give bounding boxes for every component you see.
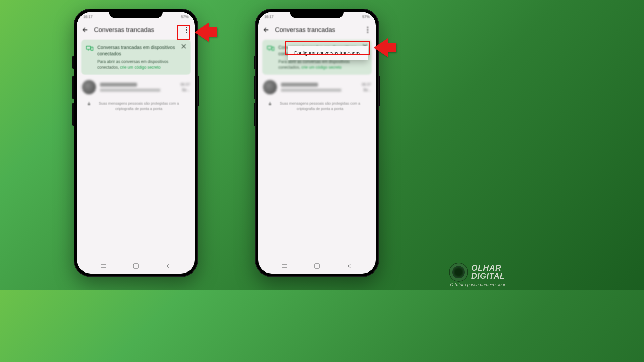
lock-icon (87, 102, 91, 106)
phone-notch (109, 9, 163, 18)
close-icon[interactable] (181, 44, 186, 49)
brand-logo: OLHAR DIGITAL (450, 263, 505, 281)
more-menu-icon[interactable] (183, 26, 190, 33)
phone-mockup-right: 16:17 57% Conversas trancadas Conversas … (255, 9, 379, 277)
svg-rect-5 (272, 47, 274, 50)
status-battery: 57% (181, 15, 189, 23)
nav-home-icon[interactable] (313, 262, 321, 270)
back-icon[interactable] (82, 26, 89, 33)
devices-icon (267, 45, 274, 51)
chat-row[interactable]: 06:37 Be... (258, 76, 376, 98)
more-menu-icon[interactable] (364, 26, 371, 33)
phone-screen-right: 16:17 57% Conversas trancadas Conversas … (258, 12, 376, 274)
chat-suffix: Be... (180, 88, 190, 92)
phone-screen-left: 16:17 57% Conversas trancadas Conversas … (77, 12, 195, 274)
chat-time: 06:37 (362, 82, 371, 86)
encryption-text: Suas mensagens pessoais são protegidas c… (93, 101, 184, 111)
status-battery: 57% (362, 15, 370, 23)
svg-rect-1 (91, 47, 93, 50)
info-card-description: Para abrir as conversas em dispositivos … (278, 59, 358, 70)
nav-back-icon[interactable] (165, 262, 172, 270)
svg-rect-0 (86, 46, 91, 49)
info-card-description: Para abrir as conversas em dispositivos … (97, 59, 177, 70)
dropdown-menu: Configurar conversas trancadas (288, 46, 368, 60)
info-card: Conversas trancadas em dispositivos cone… (81, 40, 191, 75)
brand-ring-icon (450, 263, 467, 281)
page-title: Conversas trancadas (94, 26, 178, 34)
encryption-text: Suas mensagens pessoais são protegidas c… (274, 101, 366, 111)
avatar (82, 80, 96, 94)
chat-name (281, 83, 318, 87)
svg-rect-7 (315, 264, 319, 268)
chat-name (100, 83, 137, 87)
chat-suffix: Be... (362, 88, 371, 92)
devices-icon (86, 45, 93, 51)
svg-rect-4 (267, 46, 272, 49)
nav-back-icon[interactable] (346, 262, 353, 270)
chat-time: 06:37 (180, 82, 190, 86)
back-icon[interactable] (263, 26, 270, 33)
phone-mockup-left: 16:17 57% Conversas trancadas Conversas … (74, 9, 198, 277)
svg-rect-3 (133, 264, 138, 268)
app-header: Conversas trancadas (77, 23, 195, 38)
create-secret-code-link[interactable]: crie um código secreto (120, 65, 161, 70)
menu-item-configure-locked-chats[interactable]: Configurar conversas trancadas (294, 50, 362, 56)
nav-home-icon[interactable] (132, 262, 140, 270)
chat-row[interactable]: 06:37 Be... (77, 76, 195, 98)
page-title: Conversas trancadas (275, 26, 359, 34)
create-secret-code-link[interactable]: crie um código secreto (301, 65, 342, 70)
nav-recents-icon[interactable] (100, 262, 107, 270)
system-navbar (77, 260, 195, 274)
brand-line2: DIGITAL (471, 272, 505, 280)
status-time: 16:17 (83, 15, 93, 23)
encryption-notice: Suas mensagens pessoais são protegidas c… (268, 101, 366, 111)
chat-preview (100, 89, 160, 92)
encryption-notice: Suas mensagens pessoais são protegidas c… (87, 101, 184, 111)
svg-rect-6 (269, 103, 271, 105)
lock-icon (268, 102, 272, 106)
brand-tagline: O futuro passa primeiro aqui (450, 282, 505, 287)
app-header: Conversas trancadas (258, 23, 376, 38)
phone-notch (290, 9, 344, 18)
avatar (263, 80, 277, 94)
status-time: 16:17 (264, 15, 274, 23)
info-card-title: Conversas trancadas em dispositivos cone… (97, 44, 177, 57)
system-navbar (258, 260, 376, 274)
nav-recents-icon[interactable] (281, 262, 288, 270)
svg-rect-2 (88, 103, 90, 105)
chat-preview (281, 89, 341, 92)
